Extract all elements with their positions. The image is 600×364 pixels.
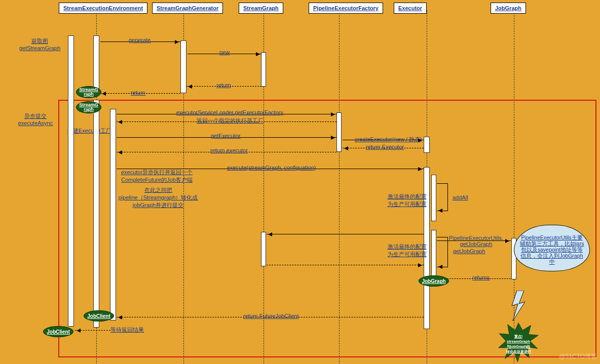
- msg-get-factory: executorServiceLoader.getExecutorFactory: [176, 109, 283, 115]
- msg-execute: execute(streamGraph, configuation): [227, 165, 316, 171]
- msg-getjobgraph: getJobGraph: [453, 248, 485, 254]
- participant-jg: JobGraph: [491, 3, 526, 14]
- act-see-2: [93, 100, 99, 328]
- msg-return-future: return FutureJobClient: [243, 313, 298, 319]
- msg-return2: return: [131, 90, 145, 96]
- star-line-d: 转化在这里进行: [506, 349, 531, 354]
- msg-returns: returns: [472, 274, 490, 280]
- oval-jobclient2: JobClient: [43, 326, 73, 337]
- loop-addall: [437, 183, 448, 211]
- arrow-wait: [75, 330, 110, 331]
- participant-exec: Executor: [394, 3, 427, 14]
- msg-return-executor: return executor: [210, 147, 248, 153]
- oval-streamgraph-2: StreamG raph: [76, 101, 101, 113]
- phase-create-factory: 创建Executor工厂: [67, 127, 111, 135]
- star-line-c: 与jobGraph的: [506, 344, 531, 349]
- star-note: 重点! streamGraph 与jobGraph的 转化在这里进行: [496, 322, 541, 363]
- note-activate1: 激活最终的配置为生产可用配置: [387, 193, 427, 208]
- loop-peu: [437, 237, 448, 267]
- msg-generate: generate: [129, 37, 151, 43]
- act-exec-addall: [431, 175, 436, 221]
- arrow-to-jg: [437, 240, 511, 241]
- phase-async: 异步提交executeAsync: [15, 112, 56, 126]
- act-exec-small: [424, 137, 430, 153]
- participant-sgg: StreamGraphGenerator: [152, 3, 223, 14]
- act-see-inner: [110, 109, 116, 320]
- arrow-from-sg-b: [267, 265, 424, 265]
- act-caller: [68, 35, 74, 327]
- note-exec: executor异步执行并返回一个CompleteFuture的Job客户端: [120, 169, 194, 184]
- note-mid: 在此之间把pipeline（Streamgraph）转化成jobGraph并进行…: [118, 186, 199, 209]
- participant-sg: StreamGraph: [239, 3, 283, 14]
- bolt-icon: [510, 291, 527, 322]
- oval-jobgraph: JobGraph: [419, 275, 449, 287]
- arrow-to-sg-b: [267, 234, 424, 234]
- msg-get-executor: getExecutor: [211, 133, 241, 139]
- msg-create-executor: createExecutor(new / 静态): [355, 136, 422, 143]
- oval-streamgraph-1: StreamG raph: [76, 86, 101, 98]
- phase-getgraph: 获取图getStreamGraph: [19, 37, 60, 51]
- act-exec-peu: [431, 230, 436, 280]
- msg-new: new: [219, 49, 230, 55]
- note-activate2: 激活最终的配置为生产可用配置: [387, 243, 427, 258]
- participant-pef: PipelineExecutorFactory: [309, 3, 383, 14]
- svg-marker-0: [512, 291, 525, 321]
- act-pef: [336, 112, 342, 152]
- msg-return1: return: [216, 82, 231, 88]
- cloud-note: PipelineExecutorUtils主要辅助第三方工具，比如jars包以及…: [514, 225, 590, 271]
- star-line-b: streamGraph: [507, 339, 530, 344]
- msg-wait: 等待返回结果: [110, 326, 144, 334]
- act-sg-a: [261, 52, 266, 87]
- watermark: @51CTO博客: [559, 352, 597, 361]
- star-line-a: 重点!: [514, 334, 522, 339]
- msg-addall: addAll: [453, 194, 468, 200]
- msg-return-executor-big: return Executor: [366, 144, 404, 150]
- msg-peu: PipelineExecutorUtils.getJobGraph: [449, 235, 503, 247]
- participant-see: StreamExecutionEnvironment: [59, 3, 147, 14]
- msg-return-factory: 返回一个指定的执行器工厂: [197, 117, 264, 125]
- act-sg-b: [261, 232, 266, 266]
- oval-jobclient1: JobClient: [84, 310, 114, 321]
